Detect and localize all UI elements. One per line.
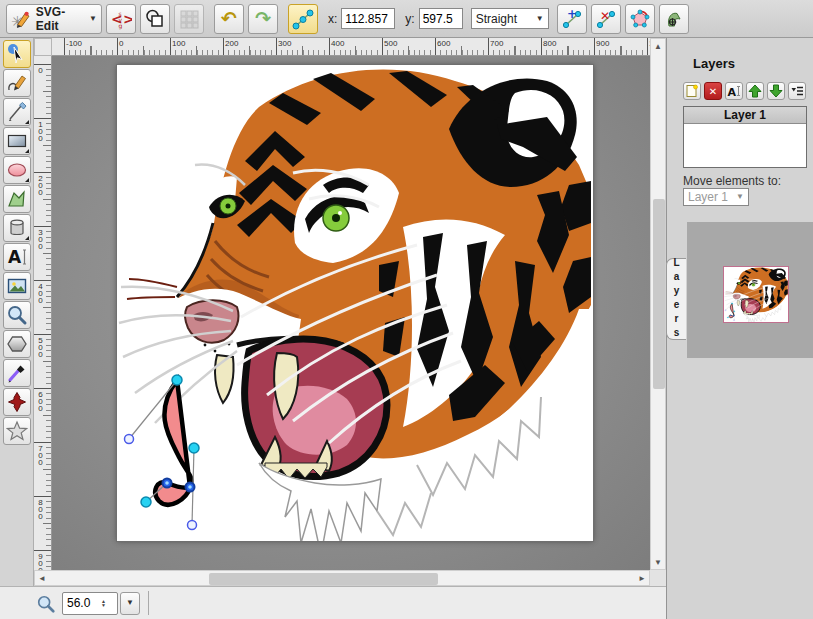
new-layer-button[interactable] (683, 82, 701, 100)
line-tool-button[interactable] (3, 98, 31, 126)
move-select-caret-icon: ▼ (736, 193, 744, 201)
zoom-tool-button[interactable] (3, 301, 31, 329)
svg-text:A: A (728, 86, 737, 99)
canvas-drawing[interactable] (117, 65, 593, 541)
ruler-label: 400 (36, 282, 45, 303)
lower-layer-button[interactable] (767, 82, 785, 100)
svg-text:A: A (8, 247, 22, 267)
path-edit-mode-button[interactable] (288, 4, 318, 34)
x-coordinate-input[interactable] (341, 8, 395, 29)
vertical-scrollbar[interactable]: ▲ ▼ (650, 38, 666, 570)
wireframe-grid-button[interactable] (174, 4, 204, 34)
text-tool-button[interactable]: A (3, 243, 31, 271)
raise-layer-button[interactable] (746, 82, 764, 100)
maltese-shape-tool-button[interactable] (3, 388, 31, 416)
select-tool-button[interactable] (3, 40, 31, 68)
move-elements-select[interactable]: Layer 1 ▼ (683, 188, 749, 206)
zoom-level-input[interactable] (63, 596, 99, 610)
ruler-label: 600 (36, 390, 45, 411)
delete-layer-button[interactable]: ✕ (704, 82, 722, 100)
svg-text:g: g (119, 22, 123, 30)
source-editor-button[interactable]: < s v g > (106, 4, 136, 34)
ruler-label: 0 (119, 39, 123, 48)
delete-node-button[interactable]: ✕ (591, 4, 621, 34)
ruler-label: 900 (36, 552, 45, 570)
add-node-button[interactable]: + (557, 4, 587, 34)
left-toolbar: A (0, 38, 34, 619)
move-elements-label: Move elements to: (683, 174, 781, 188)
ruler-label: 100 (36, 120, 45, 141)
delete-node-icon: ✕ (595, 8, 617, 30)
zoom-presets-button[interactable]: ▼ (120, 592, 140, 615)
ellipse-tool-button[interactable] (3, 156, 31, 184)
eyedropper-tool-button[interactable] (3, 359, 31, 387)
path-shape-icon (6, 188, 28, 210)
redo-button[interactable]: ↷ (248, 4, 278, 34)
pencil-tool-button[interactable] (3, 69, 31, 97)
ruler-label: 700 (36, 444, 45, 465)
image-tool-button[interactable] (3, 272, 31, 300)
layers-panel: Layers ✕ A (666, 38, 813, 619)
y-coordinate-label: y: (405, 12, 414, 26)
flyout-arrow-icon (25, 145, 29, 153)
undo-button[interactable]: ↶ (214, 4, 244, 34)
flyout-arrow-icon (25, 232, 29, 240)
svg-canvas[interactable] (117, 65, 593, 541)
layer-row-selected[interactable]: Layer 1 (684, 107, 806, 124)
spinner-down-icon[interactable]: ▼ (101, 603, 106, 607)
open-close-path-button[interactable] (625, 4, 655, 34)
y-coordinate-input[interactable] (419, 8, 463, 29)
layer-thumbnail (724, 267, 788, 322)
layer-thumbnail-image (724, 267, 788, 322)
segment-type-value: Straight (476, 12, 517, 26)
workspace[interactable] (52, 56, 650, 570)
layers-panel-title: Layers (693, 56, 735, 71)
horizontal-scrollbar[interactable]: ◄ ► (34, 570, 650, 586)
scroll-right-icon[interactable]: ► (635, 571, 649, 585)
ruler-label: -100 (66, 39, 82, 48)
delete-layer-x-icon: ✕ (709, 86, 717, 97)
ruler-label: 900 (596, 39, 609, 48)
path-tool-button[interactable] (3, 185, 31, 213)
svg-edit-logo-icon: ✳ (11, 8, 32, 30)
svg-source-icon: < s v g > (110, 8, 132, 30)
svg-text:+: + (567, 8, 577, 21)
star-tool-button[interactable] (3, 417, 31, 445)
ruler-label: 100 (172, 39, 185, 48)
ruler-label: 200 (36, 174, 45, 195)
overlapping-shapes-icon (144, 8, 166, 30)
vertical-scrollbar-thumb[interactable] (653, 199, 665, 389)
main-menu-button[interactable]: ✳ SVG-Edit ▼ (6, 4, 102, 34)
reorient-path-button[interactable] (659, 4, 689, 34)
rename-layer-icon: A (727, 84, 741, 98)
layer-options-button[interactable] (788, 82, 806, 100)
document-properties-button[interactable] (140, 4, 170, 34)
hexagon-icon (6, 333, 28, 355)
rename-layer-button[interactable]: A (725, 82, 743, 100)
magnifier-icon (6, 304, 28, 326)
ruler-label: 800 (543, 39, 556, 48)
grid-icon (179, 9, 199, 29)
scroll-up-icon[interactable]: ▲ (651, 39, 665, 53)
rectangle-tool-button[interactable] (3, 127, 31, 155)
segment-select-caret-icon: ▼ (536, 15, 544, 23)
new-layer-icon (685, 84, 699, 98)
ruler-label: 500 (36, 336, 45, 357)
layers-side-tab[interactable]: Layers (666, 258, 686, 340)
zoom-level-input-box[interactable]: ▲ ▼ (62, 592, 118, 615)
scrollbar-corner (650, 570, 666, 586)
shape-library-button[interactable] (3, 214, 31, 242)
flyout-arrow-icon (25, 174, 29, 182)
scroll-down-icon[interactable]: ▼ (651, 555, 665, 569)
scroll-left-icon[interactable]: ◄ (35, 571, 49, 585)
horizontal-scrollbar-thumb[interactable] (209, 573, 438, 585)
svg-text:✕: ✕ (600, 9, 610, 23)
ruler-label: 700 (490, 39, 503, 48)
ruler-label: 500 (384, 39, 397, 48)
segment-type-select[interactable]: Straight ▼ (471, 8, 549, 29)
polygon-tool-button[interactable] (3, 330, 31, 358)
layer-preview-area (687, 222, 813, 358)
zoom-spinner[interactable]: ▲ ▼ (101, 599, 106, 607)
move-elements-value: Layer 1 (688, 190, 728, 204)
x-coordinate-label: x: (328, 12, 337, 26)
